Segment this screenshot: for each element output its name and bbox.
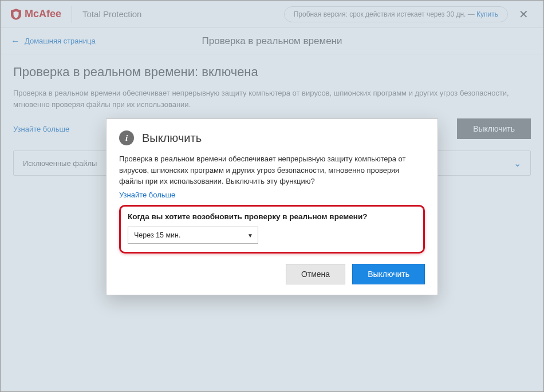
resume-time-section: Когда вы хотите возобновить проверку в р…: [119, 205, 425, 254]
app-frame: McAfee Total Protection Пробная версия: …: [0, 0, 544, 392]
disable-modal: i Выключить Проверка в реальном времени …: [106, 118, 438, 295]
modal-title: Выключить: [142, 132, 202, 145]
resume-time-select-wrap: Через 15 мин. ▼: [128, 227, 258, 244]
modal-header: i Выключить: [119, 130, 425, 145]
modal-learn-more-link[interactable]: Узнайте больше: [119, 191, 175, 199]
cancel-button[interactable]: Отмена: [286, 264, 345, 284]
resume-time-select[interactable]: Через 15 мин.: [128, 227, 258, 244]
modal-backdrop: i Выключить Проверка в реальном времени …: [1, 1, 543, 391]
confirm-disable-button[interactable]: Выключить: [352, 264, 425, 284]
modal-body-text: Проверка в реальном времени обеспечивает…: [119, 153, 425, 187]
modal-actions: Отмена Выключить: [119, 264, 425, 284]
resume-question: Когда вы хотите возобновить проверку в р…: [128, 212, 416, 221]
info-icon: i: [119, 130, 134, 145]
